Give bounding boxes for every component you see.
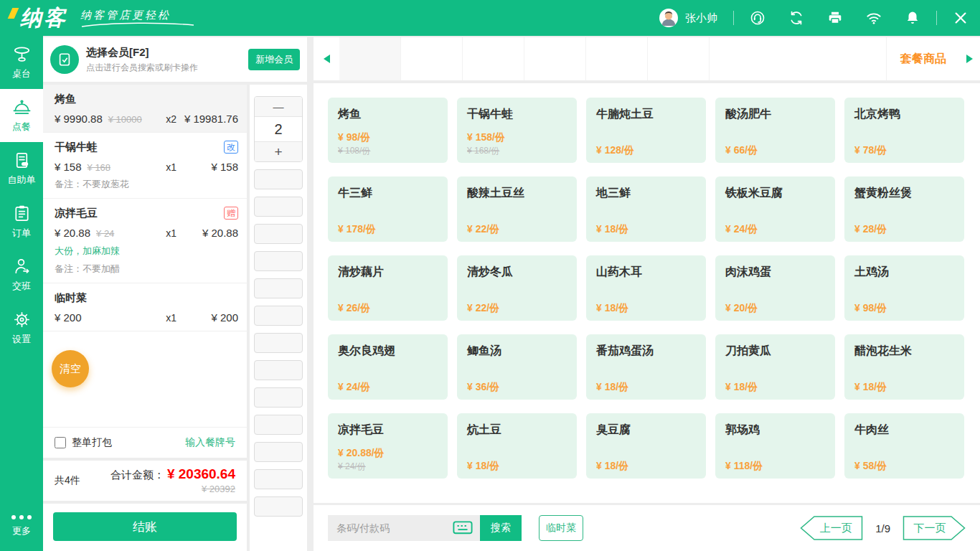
action-button[interactable]	[254, 251, 303, 271]
temp-dish-button[interactable]: 临时菜	[539, 515, 583, 541]
dish-card[interactable]: 清炒藕片 ¥ 26/份	[328, 255, 448, 321]
order-item[interactable]: 临时菜 ¥ 200 x1 ¥ 200	[43, 283, 247, 331]
order-item[interactable]: 烤鱼 ¥ 9990.88 ¥ 10000 x2 ¥ 19981.76	[43, 85, 247, 133]
dish-card[interactable]: 烤鱼 ¥ 98/份 ¥ 108/份	[328, 98, 448, 163]
tab-汤类[interactable]	[586, 37, 648, 80]
total-row: 共4件 合计金额： ¥ 20360.64 ¥ 20392	[43, 458, 247, 501]
dish-name: 清炒藕片	[338, 265, 438, 280]
dish-card[interactable]: 干锅牛蛙 ¥ 158/份 ¥ 168/份	[457, 98, 577, 163]
scroll-categories-right-icon[interactable]	[960, 37, 980, 80]
action-button[interactable]	[254, 197, 303, 217]
action-button[interactable]	[254, 496, 303, 517]
keyboard-icon[interactable]	[453, 521, 473, 534]
enter-table-number-link[interactable]: 输入餐牌号	[185, 436, 235, 449]
order-item-price: ¥ 20.88	[55, 227, 90, 239]
dish-card[interactable]: 炕土豆 ¥ 18/份	[457, 413, 577, 479]
action-button[interactable]	[254, 387, 303, 408]
sidebar-item-order-food[interactable]: 点餐	[0, 89, 43, 142]
printer-icon[interactable]	[827, 10, 843, 26]
dish-price: ¥ 18/份	[467, 460, 567, 473]
tab-凉菜[interactable]	[648, 37, 710, 80]
dish-card[interactable]: 北京烤鸭 ¥ 78/份	[844, 98, 964, 163]
pack-whole-order-checkbox[interactable]	[55, 437, 66, 448]
sidebar-item-shift[interactable]: 交班	[0, 248, 43, 301]
dish-card[interactable]: 刀拍黄瓜 ¥ 18/份	[715, 334, 835, 400]
dish-card[interactable]: 酸辣土豆丝 ¥ 22/份	[457, 176, 577, 242]
dish-card[interactable]: 蟹黄粉丝煲 ¥ 28/份	[844, 176, 964, 242]
wifi-icon[interactable]	[866, 10, 882, 26]
dish-card[interactable]: 牛肉丝 ¥ 58/份	[844, 413, 964, 479]
dish-card[interactable]: 地三鲜 ¥ 18/份	[586, 176, 706, 242]
prev-page-button[interactable]: 上一页	[800, 516, 863, 540]
action-button[interactable]	[254, 278, 303, 298]
order-item[interactable]: 干锅牛蛙 改 ¥ 158 ¥ 168 x1 ¥ 158 备注：不要放葱花	[43, 133, 247, 199]
dish-card[interactable]: 牛三鲜 ¥ 178/份	[328, 176, 448, 242]
dish-name: 牛三鲜	[338, 186, 438, 201]
dish-card[interactable]: 郭场鸡 ¥ 118/份	[715, 413, 835, 479]
checkout-button[interactable]: 结账	[53, 512, 237, 541]
dish-card[interactable]: 土鸡汤 ¥ 98/份	[844, 255, 964, 321]
action-button[interactable]	[254, 224, 303, 244]
dish-price: ¥ 18/份	[596, 302, 696, 315]
clear-order-button[interactable]: 清空	[52, 350, 89, 387]
customer-service-icon[interactable]	[750, 10, 765, 26]
dish-price: ¥ 178/份	[338, 223, 438, 236]
sidebar-item-self-service[interactable]: 自助单	[0, 142, 43, 195]
dish-card[interactable]: 铁板米豆腐 ¥ 24/份	[715, 176, 835, 242]
dish-name: 铁板米豆腐	[725, 186, 825, 201]
topbar-icons	[750, 10, 920, 26]
action-button[interactable]	[254, 469, 303, 489]
sync-icon[interactable]	[788, 10, 804, 26]
dish-card[interactable]: 凉拌毛豆 ¥ 20.88/份 ¥ 24/份	[328, 413, 448, 479]
sidebar-item-more[interactable]: 更多	[0, 501, 43, 551]
add-member-button[interactable]: 新增会员	[248, 49, 300, 70]
close-icon[interactable]	[953, 10, 969, 26]
dish-name: 炕土豆	[467, 423, 567, 438]
dish-card[interactable]: 鲫鱼汤 ¥ 36/份	[457, 334, 577, 400]
action-button[interactable]	[254, 360, 303, 380]
tab-火锅[interactable]	[401, 37, 463, 80]
order-item-price: ¥ 9990.88	[55, 113, 103, 125]
order-item-quantity: x1	[166, 312, 176, 324]
sidebar-item-table[interactable]: 桌台	[0, 36, 43, 89]
dish-card[interactable]: 番茄鸡蛋汤 ¥ 18/份	[586, 334, 706, 400]
order-item[interactable]: 凉拌毛豆 赠 ¥ 20.88 ¥ 24 x1 ¥ 20.88 大份，加麻加辣 备…	[43, 199, 247, 283]
dish-price: ¥ 66/份	[725, 144, 825, 157]
next-page-button[interactable]: 下一页	[903, 516, 966, 540]
action-button[interactable]	[254, 306, 303, 326]
avatar	[659, 8, 679, 28]
tab-combo-products[interactable]: 套餐商品	[886, 37, 960, 80]
action-button[interactable]	[254, 169, 303, 189]
sidebar-item-settings[interactable]: 设置	[0, 301, 43, 354]
action-button[interactable]	[254, 442, 303, 462]
action-button[interactable]	[254, 415, 303, 435]
order-item-note: 备注：不要加醋	[55, 263, 238, 276]
quantity-minus-button[interactable]: —	[255, 97, 302, 117]
sidebar: 桌台 点餐 自助单 订单 交班 设置 更多	[0, 36, 43, 551]
dish-card[interactable]: 奥尔良鸡翅 ¥ 24/份	[328, 334, 448, 400]
dish-card[interactable]: 牛腩炖土豆 ¥ 128/份	[586, 98, 706, 163]
dish-card[interactable]: 清炒冬瓜 ¥ 22/份	[457, 255, 577, 321]
member-select[interactable]: 选择会员[F2] 点击进行会员搜索或刷卡操作	[86, 46, 198, 74]
scroll-categories-left-icon[interactable]	[314, 37, 339, 80]
bell-icon[interactable]	[905, 10, 920, 26]
self-order-icon	[12, 151, 32, 170]
order-item-badge[interactable]: 改	[224, 141, 238, 154]
search-button[interactable]: 搜索	[480, 515, 522, 541]
dish-card[interactable]: 醋泡花生米 ¥ 18/份	[844, 334, 964, 400]
sidebar-item-orders[interactable]: 订单	[0, 195, 43, 248]
action-button[interactable]	[254, 333, 303, 353]
dish-card[interactable]: 臭豆腐 ¥ 18/份	[586, 413, 706, 479]
tab-荤菜[interactable]	[463, 37, 524, 80]
dish-name: 醋泡花生米	[854, 344, 954, 359]
user-info[interactable]: 张小帅	[659, 8, 717, 28]
dish-card[interactable]: 肉沫鸡蛋 ¥ 20/份	[715, 255, 835, 321]
tab-素菜[interactable]	[524, 37, 586, 80]
dish-card[interactable]: 酸汤肥牛 ¥ 66/份	[715, 98, 835, 163]
order-item-badge[interactable]: 赠	[224, 207, 238, 220]
member-card-icon[interactable]	[50, 45, 79, 74]
dish-card[interactable]: 山药木耳 ¥ 18/份	[586, 255, 706, 321]
dish-price: ¥ 78/份	[854, 144, 954, 157]
quantity-plus-button[interactable]: +	[255, 141, 302, 161]
tab-全部[interactable]	[339, 37, 401, 80]
